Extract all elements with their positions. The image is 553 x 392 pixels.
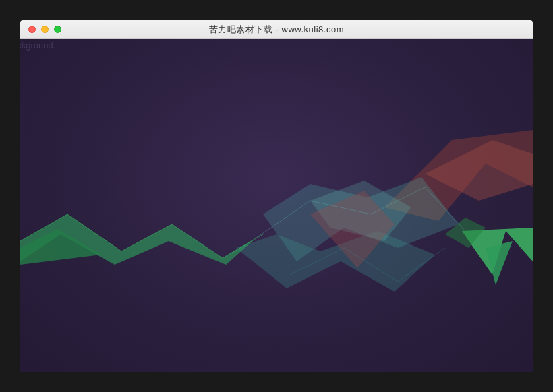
titlebar: 苦力吧素材下载 - www.kuli8.com: [20, 20, 533, 39]
content-area: ackground.: [20, 39, 533, 372]
polygon-canvas: [20, 39, 533, 372]
minimize-icon[interactable]: [41, 26, 49, 33]
browser-window: 苦力吧素材下载 - www.kuli8.com ackground.: [20, 20, 533, 372]
window-title: 苦力吧素材下载 - www.kuli8.com: [20, 24, 533, 36]
zoom-icon[interactable]: [54, 26, 61, 33]
close-icon[interactable]: [28, 26, 36, 33]
traffic-lights: [20, 26, 61, 33]
